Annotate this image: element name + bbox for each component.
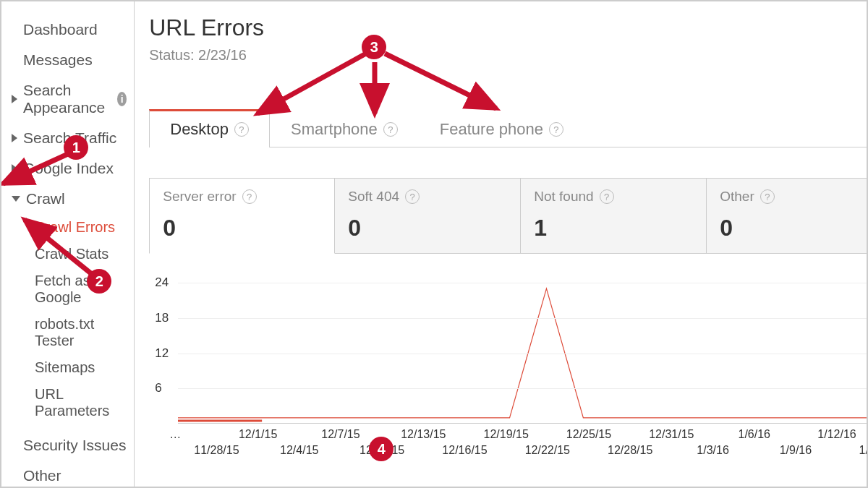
chevron-right-icon [12, 134, 17, 142]
label: URL Parameters [35, 386, 109, 419]
grid-line [178, 318, 868, 319]
card-not-found[interactable]: Not found? 1 [521, 178, 707, 254]
annotation-badge-1: 1 [64, 135, 88, 160]
y-tick-label: 12 [155, 346, 169, 361]
label: Other Resources [23, 467, 127, 488]
value: 0 [163, 215, 321, 241]
label: Server error [163, 189, 236, 205]
grid-line [178, 283, 868, 283]
x-tick-label: 12/16/15 [442, 444, 487, 457]
x-tick-label: 11/28/15 [194, 444, 239, 457]
sidebar-sub-robots-tester[interactable]: robots.txt Tester [1, 311, 134, 354]
x-tick-label: 12/13/15 [401, 428, 446, 441]
x-tick-label: 12/25/15 [566, 428, 611, 441]
label: Search Appearance [23, 82, 110, 116]
x-tick-label: 1/9/16 [780, 444, 812, 457]
sidebar-item-messages[interactable]: Messages [1, 45, 134, 75]
chevron-down-icon [12, 196, 20, 202]
error-type-cards: Server error? 0 Soft 404? 0 Not found? 1… [149, 178, 868, 254]
x-tick-label: 12/31/15 [649, 428, 694, 441]
help-icon[interactable]: ? [234, 122, 249, 137]
sidebar-sub-sitemaps[interactable]: Sitemaps [1, 354, 134, 381]
info-icon[interactable]: i [117, 92, 127, 106]
tab-smartphone[interactable]: Smartphone? [270, 111, 419, 147]
value: 0 [348, 215, 507, 241]
label: Fetch as Google [35, 273, 90, 305]
label: Sitemaps [35, 359, 95, 375]
sidebar-sub-crawl-stats[interactable]: Crawl Stats [1, 241, 134, 267]
x-tick-label: … [169, 428, 181, 441]
x-tick-label: 1/6/16 [738, 428, 770, 441]
status-line: Status: 2/23/16 [149, 47, 868, 64]
label: Security Issues [23, 437, 126, 454]
tab-feature-phone[interactable]: Feature phone? [419, 111, 584, 147]
label: Dashboard [23, 21, 98, 38]
label: Feature phone [440, 120, 543, 139]
sidebar-item-other-resources[interactable]: Other Resources [1, 461, 134, 488]
help-icon[interactable]: ? [242, 189, 257, 204]
x-tick-label: 1/3/16 [697, 444, 728, 457]
grid-line [178, 388, 868, 389]
x-tick-label: 12/19/15 [484, 428, 529, 441]
help-icon[interactable]: ? [549, 122, 563, 137]
sidebar-item-google-index[interactable]: Google Index [1, 153, 134, 184]
card-server-error[interactable]: Server error? 0 [149, 178, 335, 254]
label: Not found [534, 189, 593, 205]
sidebar-sub-fetch-as-google[interactable]: Fetch as Google [1, 267, 134, 311]
y-tick-label: 6 [155, 381, 161, 395]
chevron-right-icon [12, 95, 17, 103]
help-icon[interactable]: ? [760, 189, 775, 204]
y-tick-label: 24 [155, 275, 169, 290]
sidebar: Dashboard Messages Search Appearancei Se… [1, 1, 135, 487]
value: 0 [720, 215, 868, 241]
help-icon[interactable]: ? [405, 189, 420, 204]
x-tick-label: 12/1/15 [239, 428, 277, 441]
label: robots.txt Tester [35, 316, 94, 348]
label: Crawl Stats [35, 246, 109, 262]
help-icon[interactable]: ? [383, 122, 398, 137]
label: Smartphone [291, 120, 378, 139]
value: 1 [534, 215, 693, 241]
x-tick-label: 12/28/15 [608, 444, 652, 457]
sidebar-sub-crawl-errors[interactable]: Crawl Errors [0, 214, 134, 241]
main-content: URL Errors Status: 2/23/16 Desktop? Smar… [135, 1, 868, 487]
label: Other [720, 189, 754, 205]
label: Desktop [170, 120, 229, 139]
status-label: Status: [149, 47, 198, 63]
label: Crawl [26, 190, 65, 207]
sidebar-item-search-appearance[interactable]: Search Appearancei [1, 75, 134, 123]
card-soft-404[interactable]: Soft 404? 0 [335, 178, 521, 254]
sidebar-item-dashboard[interactable]: Dashboard [1, 14, 134, 45]
x-tick-label: 12/22/15 [525, 444, 570, 457]
x-tick-label: 1/12/16 [817, 428, 856, 441]
annotation-badge-2: 2 [87, 269, 111, 294]
grid-line [178, 354, 868, 354]
x-tick-label: 12/4/15 [280, 444, 318, 457]
chevron-right-icon [12, 164, 17, 173]
sidebar-item-security-issues[interactable]: Security Issues [1, 430, 134, 461]
help-icon[interactable]: ? [600, 189, 614, 204]
y-tick-label: 18 [155, 311, 169, 325]
x-tick-label: 12/7/15 [321, 428, 359, 441]
device-tabs: Desktop? Smartphone? Feature phone? [149, 108, 868, 147]
label: Soft 404 [348, 189, 399, 205]
x-tick-label: 1/15/16 [859, 444, 868, 457]
tab-desktop[interactable]: Desktop? [149, 109, 270, 147]
page-title: URL Errors [149, 14, 868, 41]
annotation-badge-4: 4 [369, 437, 393, 461]
sidebar-item-crawl[interactable]: Crawl [1, 184, 134, 214]
annotation-badge-3: 3 [362, 35, 386, 59]
sidebar-sub-url-parameters[interactable]: URL Parameters [1, 381, 134, 424]
x-axis [178, 423, 868, 424]
status-date: 2/23/16 [198, 47, 247, 63]
label: Crawl Errors [35, 219, 115, 235]
card-other[interactable]: Other? 0 [707, 178, 868, 254]
errors-chart: 6121824 …12/1/1512/7/1512/13/1512/19/151… [149, 283, 868, 458]
x-axis-labels: …12/1/1512/7/1512/13/1512/19/1512/25/151… [175, 428, 868, 458]
label: Messages [23, 51, 93, 69]
label: Google Index [23, 160, 114, 177]
